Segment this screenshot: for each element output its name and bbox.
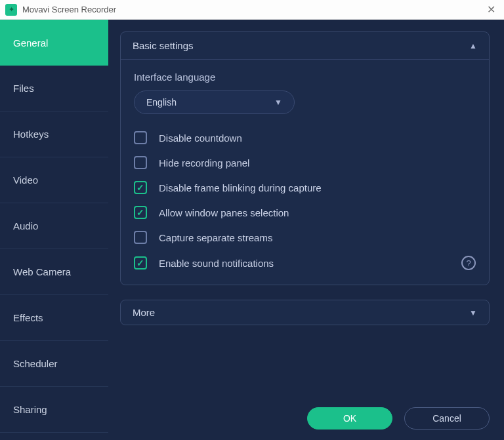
titlebar: Movavi Screen Recorder ✕ (0, 0, 504, 20)
sidebar-item-label: Audio (13, 220, 38, 231)
checkbox[interactable] (134, 231, 147, 244)
sidebar-item-general[interactable]: General (0, 20, 108, 66)
more-label: More (133, 307, 155, 318)
sidebar-item-label: Files (13, 83, 34, 94)
checkbox-row[interactable]: Disable frame blinking during capture (134, 181, 476, 194)
checkbox-row[interactable]: Capture separate streams (134, 231, 476, 244)
window-title: Movavi Screen Recorder (22, 5, 116, 14)
panel-body: Interface language English ▼ Disable cou… (121, 60, 489, 285)
language-label: Interface language (134, 71, 476, 83)
checkbox-label: Hide recording panel (159, 157, 476, 169)
sidebar-item-effects[interactable]: Effects (0, 295, 108, 341)
checkbox-label: Enable sound notifications (159, 258, 456, 269)
sidebar-item-label: Effects (13, 312, 43, 323)
main-content: Basic settings ▲ Interface language Engl… (108, 20, 504, 440)
sidebar-item-label: Web Camera (13, 266, 71, 277)
sidebar-item-label: Video (13, 174, 38, 186)
footer-buttons: OK Cancel (120, 397, 490, 430)
language-value: English (146, 97, 177, 108)
sidebar-item-video[interactable]: Video (0, 157, 108, 203)
sidebar-item-hotkeys[interactable]: Hotkeys (0, 111, 108, 157)
checkbox[interactable] (134, 181, 147, 194)
sidebar-item-sharing[interactable]: Sharing (0, 387, 108, 433)
chevron-down-icon: ▼ (469, 308, 477, 317)
app-icon (5, 4, 17, 16)
checkbox-label: Disable countdown (159, 132, 476, 144)
sidebar-item-files[interactable]: Files (0, 66, 108, 111)
chevron-up-icon: ▲ (469, 41, 477, 50)
sidebar-item-label: General (13, 37, 48, 49)
language-select[interactable]: English ▼ (134, 90, 295, 114)
checkbox-row[interactable]: Hide recording panel (134, 156, 476, 169)
body-area: GeneralFilesHotkeysVideoAudioWeb CameraE… (0, 20, 504, 440)
sidebar-item-label: Sharing (13, 404, 47, 415)
cancel-button[interactable]: Cancel (404, 407, 490, 430)
ok-button[interactable]: OK (307, 407, 392, 430)
panel-title: Basic settings (133, 40, 194, 51)
preferences-window: Movavi Screen Recorder ✕ GeneralFilesHot… (0, 0, 504, 440)
sidebar: GeneralFilesHotkeysVideoAudioWeb CameraE… (0, 20, 108, 440)
sidebar-item-web-camera[interactable]: Web Camera (0, 249, 108, 295)
more-panel[interactable]: More ▼ (120, 300, 490, 325)
checkbox-label: Allow window panes selection (159, 207, 476, 218)
checkbox[interactable] (134, 131, 147, 144)
sidebar-item-scheduler[interactable]: Scheduler (0, 341, 108, 387)
checkbox-label: Capture separate streams (159, 232, 476, 243)
sidebar-item-label: Hotkeys (13, 129, 49, 140)
checkbox[interactable] (134, 156, 147, 169)
basic-settings-panel: Basic settings ▲ Interface language Engl… (120, 31, 490, 285)
checkbox-row[interactable]: Allow window panes selection (134, 206, 476, 219)
sidebar-item-label: Scheduler (13, 358, 58, 369)
sidebar-item-audio[interactable]: Audio (0, 203, 108, 249)
help-icon[interactable]: ? (461, 256, 476, 270)
checkbox[interactable] (134, 206, 147, 219)
checkbox-row[interactable]: Disable countdown (134, 131, 476, 144)
checkbox[interactable] (134, 256, 147, 270)
basic-settings-header[interactable]: Basic settings ▲ (121, 32, 489, 60)
chevron-down-icon: ▼ (274, 98, 282, 107)
checkbox-row[interactable]: Enable sound notifications? (134, 256, 476, 270)
close-icon[interactable]: ✕ (483, 2, 499, 18)
checkbox-label: Disable frame blinking during capture (159, 182, 476, 193)
